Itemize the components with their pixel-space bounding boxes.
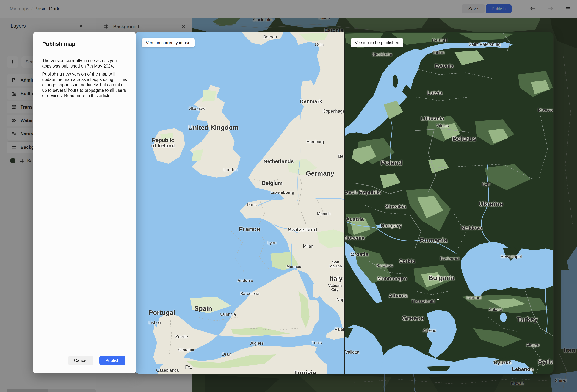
- publish-map-dialog: Publish map The version currently in use…: [33, 32, 136, 373]
- map-label: Estonia: [434, 63, 453, 69]
- map-label: United Kingdom: [188, 124, 239, 131]
- map-label: Bergen: [263, 35, 277, 39]
- map-label: Denmark: [300, 99, 322, 104]
- map-label: Lyon: [267, 241, 276, 245]
- map-label: Tunis: [311, 341, 322, 345]
- map-label: Monaco: [287, 265, 301, 269]
- map-label: Glasgow: [188, 106, 205, 111]
- map-label: Hamburg: [306, 140, 324, 144]
- map-version-current: Version currently in use BergenOsloGlasg…: [135, 32, 345, 374]
- cancel-button[interactable]: Cancel: [68, 356, 93, 365]
- map-label: Casablanca: [156, 368, 179, 373]
- version-compare: Version currently in use BergenOsloGlasg…: [135, 32, 553, 374]
- map-label: Switzerland: [288, 227, 317, 232]
- map-label: Bucharest: [440, 256, 459, 261]
- map-label: San Marino: [329, 260, 342, 268]
- map-label: Thessaloniki: [411, 299, 435, 304]
- map-label: Valletta: [345, 350, 359, 354]
- map-label: France: [239, 226, 260, 233]
- map-label: Munich: [317, 212, 331, 216]
- map-label: Montenegro: [377, 276, 407, 281]
- map-version-new: Version to be published HelsinkiSaint Pe…: [345, 32, 553, 374]
- dialog-paragraph-2: Publishing new version of the map will u…: [42, 71, 128, 99]
- map-label: Palermo: [334, 327, 345, 332]
- map-label: Kyiv: [482, 182, 490, 186]
- map-label: Portugal: [149, 309, 175, 316]
- map-label: Lithuania: [421, 116, 444, 121]
- dialog-title: Publish map: [42, 41, 75, 47]
- map-label: Gibraltar: [178, 348, 195, 352]
- map-label: Athens: [423, 328, 436, 333]
- map-label: Copenhagen: [323, 109, 345, 113]
- map-label: Netherlands: [263, 159, 294, 164]
- map-label: Lebanon: [512, 366, 534, 372]
- map-label: Saint Petersburg: [469, 42, 501, 47]
- map-label: Croatia: [350, 251, 368, 257]
- map-label: Oslo: [315, 42, 324, 47]
- map-label: Fez: [185, 365, 192, 369]
- map-label: Turkey: [517, 316, 538, 323]
- map-label: Greece: [402, 315, 424, 322]
- map-label: Berlin: [338, 154, 345, 159]
- map-label: Vatican City: [328, 284, 342, 292]
- map-label: Belgium: [262, 180, 283, 186]
- map-label: Naples: [336, 297, 345, 302]
- map-label: Romania: [420, 237, 447, 244]
- map-label: Hungary: [380, 223, 402, 228]
- map-labels-current: BergenOsloGlasgowDenmarkCopenhagenUnited…: [135, 32, 345, 374]
- map-label: Spain: [194, 305, 212, 312]
- map-label: Slovenia: [345, 235, 364, 241]
- map-label: Paris: [247, 203, 257, 207]
- this-article-link[interactable]: this article: [91, 93, 110, 98]
- map-label: Belarus: [452, 135, 476, 142]
- map-label: Lisbon: [148, 321, 161, 325]
- map-label: Stockholm: [372, 52, 392, 57]
- map-label: Albania: [389, 293, 407, 298]
- map-label: Italy: [329, 275, 343, 282]
- map-label: Latvia: [427, 90, 442, 96]
- map-label: Oran: [221, 352, 231, 356]
- map-label: Andorra: [237, 279, 253, 283]
- map-label: Ankara: [489, 307, 503, 312]
- map-labels-new: HelsinkiSaint PetersburgStockholmTallinn…: [345, 32, 553, 374]
- map-label: Republic of Ireland: [151, 138, 175, 148]
- map-label: Serbia: [399, 258, 415, 264]
- map-label: Algiers: [251, 341, 263, 345]
- map-label: Poland: [381, 160, 402, 167]
- map-label: Czech Republic: [345, 190, 381, 195]
- map-label: Sevastopol: [501, 254, 522, 259]
- map-label: Seville: [175, 335, 188, 339]
- map-label: Cyprus: [494, 360, 511, 365]
- dialog-paragraph-1: The version currently in use across your…: [42, 58, 128, 69]
- map-label: Barcelona: [240, 291, 260, 296]
- map-label: Luxembourg: [270, 190, 294, 194]
- map-label: Valencia: [220, 312, 236, 317]
- map-label: Ukraine: [479, 201, 503, 208]
- dialog-publish-button[interactable]: Publish: [99, 356, 125, 365]
- map-label: Bulgaria: [428, 275, 455, 282]
- map-label: London: [223, 168, 238, 172]
- map-label: Helsinki: [432, 38, 447, 42]
- map-label: Milan: [303, 244, 313, 249]
- map-label: Germany: [306, 170, 334, 177]
- map-label: Moscow: [538, 108, 553, 112]
- map-label: Austria: [346, 216, 364, 222]
- map-label: Vilnius: [436, 123, 449, 128]
- map-label: Tallinn: [432, 50, 444, 55]
- map-label: Sarajevo: [376, 263, 393, 268]
- map-label: Aleppo: [526, 343, 540, 347]
- map-label: Tunisia: [294, 370, 316, 374]
- map-label: Moldova: [461, 225, 482, 230]
- map-label: Istanbul: [467, 295, 481, 300]
- map-label: Syria: [538, 358, 553, 365]
- map-label: Slovakia: [385, 204, 406, 209]
